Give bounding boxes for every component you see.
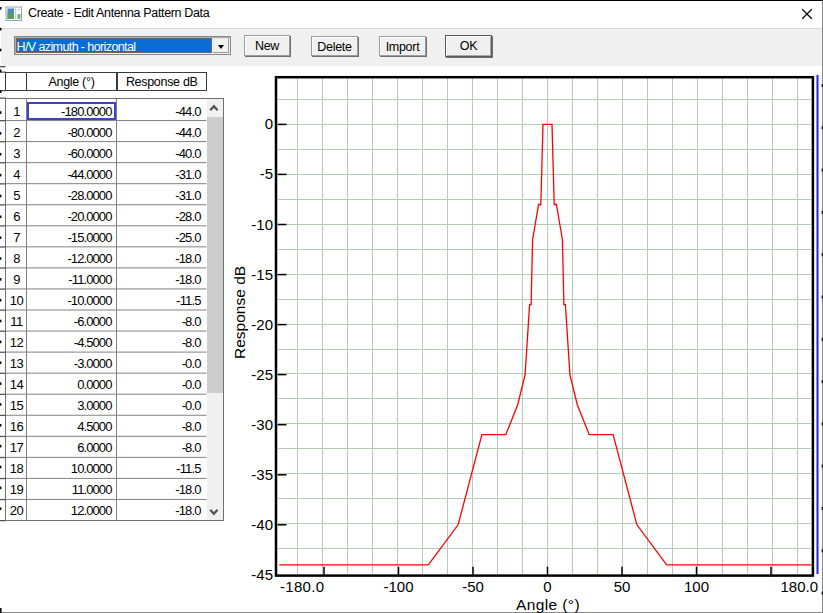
svg-text:-35: -35	[251, 466, 273, 483]
svg-text:0: 0	[265, 115, 273, 132]
svg-text:-45: -45	[251, 566, 273, 583]
svg-text:-100: -100	[383, 578, 413, 595]
svg-text:-50: -50	[462, 578, 484, 595]
svg-text:100: 100	[684, 578, 709, 595]
svg-text:-25: -25	[251, 366, 273, 383]
svg-text:-180.0: -180.0	[280, 578, 324, 595]
svg-text:Angle (°): Angle (°)	[516, 596, 580, 613]
svg-text:-40: -40	[251, 516, 273, 533]
svg-text:0: 0	[543, 578, 551, 595]
svg-text:-10: -10	[251, 216, 273, 233]
svg-text:-15: -15	[251, 266, 273, 283]
svg-text:50: 50	[614, 578, 631, 595]
svg-text:-20: -20	[251, 316, 273, 333]
svg-text:-30: -30	[251, 416, 273, 433]
svg-text:180.0: 180.0	[780, 578, 818, 595]
svg-text:Response dB: Response dB	[231, 266, 248, 359]
svg-text:-5: -5	[260, 165, 273, 182]
